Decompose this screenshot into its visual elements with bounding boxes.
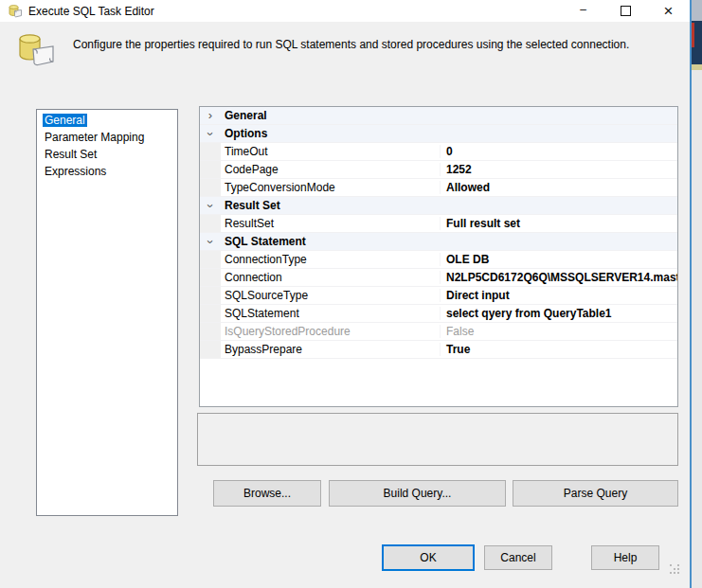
nav-item-label: Expressions: [43, 165, 108, 178]
maximize-icon: [621, 6, 631, 16]
screen: Execute SQL Task Editor – × Configure th…: [0, 0, 702, 588]
property-label: ResultSet: [221, 217, 440, 230]
row-gutter: [200, 287, 221, 304]
property-label: General: [221, 109, 440, 122]
row-gutter: [200, 305, 221, 322]
property-value[interactable]: 0: [440, 145, 677, 158]
property-label: SQL Statement: [221, 235, 440, 248]
property-label: Options: [221, 127, 440, 140]
property-label: CodePage: [221, 163, 440, 176]
background-window-strip: [692, 0, 702, 21]
row-gutter: [200, 143, 221, 160]
row-gutter: [200, 215, 221, 232]
nav-item-label: General: [43, 114, 87, 127]
maximize-button[interactable]: [604, 0, 647, 22]
nav-item-parameter-mapping[interactable]: Parameter Mapping: [37, 129, 177, 146]
help-button[interactable]: Help: [591, 545, 659, 570]
property-label: SQLStatement: [221, 307, 440, 320]
property-value[interactable]: Allowed: [440, 181, 677, 194]
browse-button[interactable]: Browse...: [213, 480, 321, 507]
property-row-connectiontype[interactable]: ConnectionTypeOLE DB: [200, 251, 677, 269]
row-gutter: [200, 323, 221, 340]
property-value[interactable]: Direct input: [440, 289, 677, 302]
nav-item-label: Parameter Mapping: [43, 131, 146, 144]
row-gutter: ›: [200, 125, 221, 142]
property-row-sqlstatement[interactable]: SQLStatementselect qyery from QueryTable…: [200, 305, 677, 323]
property-value[interactable]: 1252: [440, 163, 677, 176]
window-controls: – ×: [562, 0, 690, 22]
property-row-isquerystoredprocedure[interactable]: IsQueryStoredProcedureFalse: [200, 323, 677, 341]
row-gutter: ›: [200, 197, 221, 214]
property-grid-rows[interactable]: ›General›OptionsTimeOut0CodePage1252Type…: [199, 106, 678, 407]
row-gutter: [200, 341, 221, 358]
property-label: BypassPrepare: [221, 343, 440, 356]
property-row-sqlsourcetype[interactable]: SQLSourceTypeDirect input: [200, 287, 677, 305]
build-query-button[interactable]: Build Query...: [329, 480, 506, 507]
category-row-sql-statement[interactable]: ›SQL Statement: [200, 233, 677, 251]
property-value[interactable]: False: [440, 325, 677, 338]
chevron-down-icon[interactable]: ›: [205, 204, 217, 207]
category-row-general[interactable]: ›General: [200, 107, 677, 125]
sql-task-banner-icon: [15, 30, 57, 72]
property-row-typeconversionmode[interactable]: TypeConversionModeAllowed: [200, 179, 677, 197]
sql-task-icon: [8, 4, 23, 19]
background-window-strip: [692, 70, 702, 588]
parse-query-button[interactable]: Parse Query: [513, 480, 678, 507]
title-bar[interactable]: Execute SQL Task Editor – ×: [0, 0, 690, 22]
row-gutter: [200, 251, 221, 268]
property-description-panel: [197, 413, 678, 466]
property-value[interactable]: select qyery from QueryTable1: [440, 307, 677, 320]
property-label: Connection: [221, 271, 440, 284]
property-value[interactable]: N2LP5CD6172Q6Q\MSSQLSERVER14.master: [440, 271, 677, 284]
property-label: TimeOut: [221, 145, 440, 158]
property-label: ConnectionType: [221, 253, 440, 266]
property-label: Result Set: [221, 199, 440, 212]
resize-grip[interactable]: [669, 563, 680, 575]
minimize-icon: –: [580, 4, 586, 15]
row-gutter: ›: [200, 233, 221, 250]
property-row-connection[interactable]: ConnectionN2LP5CD6172Q6Q\MSSQLSERVER14.m…: [200, 269, 677, 287]
nav-item-general[interactable]: General: [37, 112, 177, 129]
property-row-bypassprepare[interactable]: BypassPrepareTrue: [200, 341, 677, 359]
nav-item-label: Result Set: [43, 148, 99, 161]
ok-button[interactable]: OK: [382, 544, 475, 571]
cancel-button[interactable]: Cancel: [484, 545, 552, 570]
row-gutter: [200, 179, 221, 196]
property-label: TypeConversionMode: [221, 181, 440, 194]
nav-item-result-set[interactable]: Result Set: [37, 146, 177, 163]
chevron-down-icon[interactable]: ›: [205, 240, 217, 243]
property-label: SQLSourceType: [221, 289, 440, 302]
window-title: Execute SQL Task Editor: [28, 5, 154, 18]
property-row-resultset[interactable]: ResultSetFull result set: [200, 215, 677, 233]
property-label: IsQueryStoredProcedure: [221, 325, 440, 338]
property-row-codepage[interactable]: CodePage1252: [200, 161, 677, 179]
row-gutter: ›: [200, 107, 221, 124]
property-row-timeout[interactable]: TimeOut0: [200, 143, 677, 161]
property-value[interactable]: True: [440, 343, 677, 356]
category-row-result-set[interactable]: ›Result Set: [200, 197, 677, 215]
property-value[interactable]: OLE DB: [440, 253, 677, 266]
property-value[interactable]: Full result set: [440, 217, 677, 230]
chevron-down-icon[interactable]: ›: [205, 132, 217, 135]
category-row-options[interactable]: ›Options: [200, 125, 677, 143]
close-icon: ×: [664, 3, 674, 19]
minimize-button[interactable]: –: [562, 0, 604, 22]
execute-sql-task-editor-dialog: Execute SQL Task Editor – × Configure th…: [0, 0, 692, 588]
close-button[interactable]: ×: [647, 0, 690, 22]
nav-list[interactable]: GeneralParameter MappingResult SetExpres…: [36, 109, 178, 516]
row-gutter: [200, 269, 221, 286]
chevron-right-icon[interactable]: ›: [208, 109, 212, 121]
row-gutter: [200, 161, 221, 178]
nav-item-expressions[interactable]: Expressions: [37, 163, 177, 180]
background-window-strip: [692, 23, 694, 47]
dialog-description: Configure the properties required to run…: [73, 38, 670, 51]
